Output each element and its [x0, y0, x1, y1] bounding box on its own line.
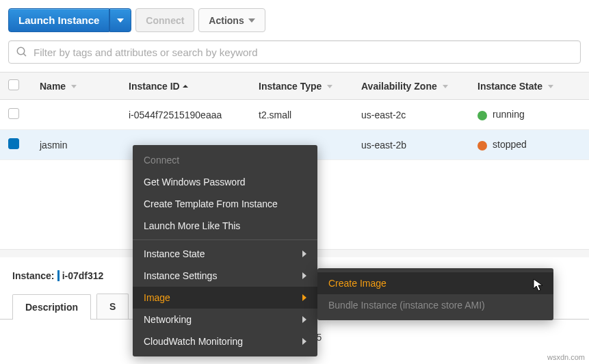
chevron-right-icon: [302, 272, 306, 279]
select-all-checkbox[interactable]: [8, 79, 19, 90]
table-row[interactable]: i-0544f72515190eaaa t2.small us-east-2c …: [0, 100, 589, 130]
menu-instance-state[interactable]: Instance State: [133, 243, 317, 265]
col-name[interactable]: Name: [31, 73, 120, 100]
menu-cloudwatch[interactable]: CloudWatch Monitoring: [133, 330, 317, 352]
cell-instance-type: t2.small: [250, 100, 353, 130]
submenu-image: Create Image Bundle Instance (instance s…: [317, 268, 553, 320]
menu-launch-more[interactable]: Launch More Like This: [133, 215, 317, 237]
menu-instance-settings[interactable]: Instance Settings: [133, 265, 317, 287]
launch-instance-button[interactable]: Launch Instance: [8, 8, 109, 32]
caret-down-icon: [548, 85, 553, 88]
row-checkbox[interactable]: [8, 138, 19, 149]
caret-down-icon: [248, 18, 255, 23]
col-instance-state[interactable]: Instance State: [469, 73, 589, 100]
chevron-right-icon: [302, 316, 306, 323]
status-dot-icon: [477, 141, 487, 151]
cell-name: jasmin: [31, 130, 120, 160]
caret-down-icon: [443, 85, 448, 88]
watermark: wsxdn.com: [547, 353, 585, 361]
caret-down-icon: [117, 18, 124, 23]
menu-connect: Connect: [133, 149, 317, 171]
svg-line-1: [23, 53, 26, 56]
caret-down-icon: [327, 85, 332, 88]
menu-separator: [133, 239, 317, 240]
menu-create-template[interactable]: Create Template From Instance: [133, 193, 317, 215]
launch-instance-dropdown[interactable]: [109, 8, 131, 32]
cell-instance-state: running: [469, 100, 589, 130]
chevron-right-icon: [302, 250, 306, 257]
submenu-bundle-instance: Bundle Instance (instance store AMI): [317, 294, 553, 316]
svg-point-0: [17, 47, 25, 55]
cell-availability-zone: us-east-2c: [353, 100, 469, 130]
tab-description[interactable]: Description: [12, 294, 91, 320]
search-input[interactable]: [34, 47, 573, 58]
status-dot-icon: [477, 111, 487, 120]
cell-instance-state: stopped: [469, 130, 589, 160]
toolbar: Launch Instance Connect Actions: [0, 0, 589, 40]
cell-name: [31, 100, 120, 130]
connect-button: Connect: [135, 8, 194, 32]
col-instance-id[interactable]: Instance ID: [120, 73, 250, 100]
submenu-create-image[interactable]: Create Image: [317, 272, 553, 294]
chevron-right-icon: [302, 294, 306, 301]
tab-second[interactable]: S: [96, 294, 129, 319]
cursor-icon: [533, 278, 544, 292]
row-checkbox[interactable]: [8, 108, 19, 119]
caret-down-icon: [71, 85, 77, 88]
menu-image[interactable]: Image: [133, 287, 317, 309]
col-instance-type[interactable]: Instance Type: [250, 73, 353, 100]
col-availability-zone[interactable]: Availability Zone: [353, 73, 469, 100]
cell-availability-zone: us-east-2b: [353, 130, 469, 160]
menu-networking[interactable]: Networking: [133, 309, 317, 330]
search-bar[interactable]: [8, 40, 581, 64]
selected-instance-id: i-07df312: [57, 270, 104, 281]
chevron-right-icon: [302, 338, 306, 345]
sort-asc-icon: [183, 85, 188, 89]
context-menu: Connect Get Windows Password Create Temp…: [133, 145, 317, 356]
search-icon: [16, 46, 28, 58]
actions-button[interactable]: Actions: [198, 8, 265, 32]
cell-instance-id: i-0544f72515190eaaa: [120, 100, 250, 130]
menu-get-windows-password[interactable]: Get Windows Password: [133, 171, 317, 193]
